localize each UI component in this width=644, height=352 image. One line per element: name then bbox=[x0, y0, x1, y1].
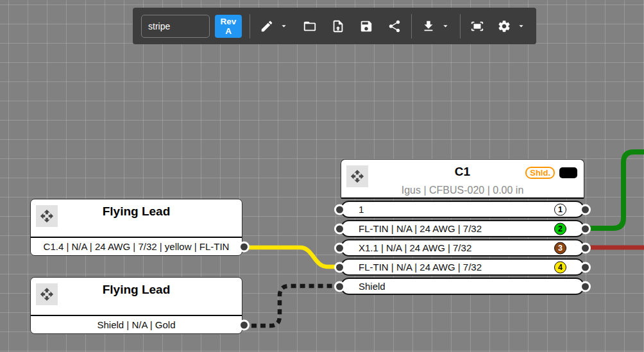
move-icon bbox=[350, 169, 364, 183]
port-left[interactable] bbox=[334, 223, 345, 234]
move-handle[interactable] bbox=[346, 165, 368, 187]
toolbar-divider bbox=[250, 14, 250, 38]
cable-color-swatch bbox=[559, 167, 577, 178]
port-right[interactable] bbox=[580, 204, 591, 215]
row-label: 1 bbox=[359, 204, 364, 215]
main-toolbar: Rev A bbox=[133, 8, 536, 44]
gear-icon bbox=[497, 19, 511, 33]
row-label: C1.4 | N/A | 24 AWG | 7/32 | yellow | FL… bbox=[44, 241, 230, 252]
port-left[interactable] bbox=[334, 262, 345, 272]
diagram-canvas[interactable]: Rev A bbox=[0, 0, 644, 352]
cable-row-4: FL-TIN | N/A | 24 AWG | 7/32 4 bbox=[341, 258, 584, 276]
port-left[interactable] bbox=[334, 281, 345, 292]
move-icon bbox=[40, 287, 54, 301]
port-left[interactable] bbox=[334, 242, 345, 253]
download-dropdown-button[interactable] bbox=[439, 19, 452, 33]
edit-dropdown-button[interactable] bbox=[277, 19, 291, 33]
save-button[interactable] bbox=[357, 17, 375, 35]
move-handle[interactable] bbox=[36, 205, 58, 227]
chevron-down-icon bbox=[441, 21, 450, 31]
share-icon bbox=[387, 19, 402, 33]
download-button[interactable] bbox=[419, 17, 437, 35]
settings-dropdown-button[interactable] bbox=[514, 19, 528, 33]
wire-yellow[interactable] bbox=[242, 247, 341, 267]
folder-icon bbox=[303, 19, 317, 33]
chevron-down-icon bbox=[516, 21, 526, 31]
node-header: Flying Lead bbox=[31, 199, 242, 238]
save-icon bbox=[359, 19, 373, 33]
port-right[interactable] bbox=[580, 223, 591, 234]
flying-lead-node-1: Flying Lead C1.4 | N/A | 24 AWG | 7/32 |… bbox=[30, 199, 242, 256]
edit-button[interactable] bbox=[258, 17, 276, 35]
node-title: Flying Lead bbox=[31, 278, 242, 302]
file-upload-icon bbox=[331, 19, 345, 33]
cable-row-1: 1 1 bbox=[341, 201, 584, 218]
cable-node-header: C1 Igus | CFBUS-020 | 0.00 in Shld. bbox=[341, 159, 584, 199]
shield-badge: Shld. bbox=[525, 167, 555, 179]
row-label: FL-TIN | N/A | 24 AWG | 7/32 bbox=[359, 223, 482, 234]
port-right[interactable] bbox=[580, 262, 591, 272]
pin-badge: 1 bbox=[554, 203, 566, 215]
download-icon bbox=[421, 19, 436, 33]
fit-screen-button[interactable] bbox=[468, 17, 486, 35]
port-right[interactable] bbox=[580, 281, 591, 292]
fit-screen-icon bbox=[470, 19, 484, 33]
node-subtitle: Igus | CFBUS-020 | 0.00 in bbox=[341, 184, 584, 197]
harness-name-input[interactable] bbox=[141, 15, 210, 38]
pin-badge: 4 bbox=[554, 261, 566, 273]
cable-row-shield: Shield bbox=[341, 278, 584, 295]
port-right[interactable] bbox=[239, 319, 250, 330]
move-icon bbox=[40, 209, 54, 223]
edit-icon bbox=[260, 19, 274, 33]
lead-row: C1.4 | N/A | 24 AWG | 7/32 | yellow | FL… bbox=[31, 238, 242, 255]
row-label: FL-TIN | N/A | 24 AWG | 7/32 bbox=[359, 262, 482, 272]
port-right[interactable] bbox=[580, 242, 591, 253]
lead-row: Shield | N/A | Gold bbox=[31, 316, 242, 333]
share-button[interactable] bbox=[386, 17, 403, 35]
toolbar-divider bbox=[411, 14, 412, 38]
node-header: Flying Lead bbox=[31, 278, 242, 316]
header-badges: Shld. bbox=[525, 167, 577, 179]
open-folder-button[interactable] bbox=[301, 17, 319, 35]
revision-button[interactable]: Rev A bbox=[215, 15, 242, 38]
toolbar-divider bbox=[460, 14, 461, 38]
settings-button[interactable] bbox=[495, 17, 513, 35]
move-handle[interactable] bbox=[36, 283, 58, 305]
cable-row-3: X1.1 | N/A | 24 AWG | 7/32 3 bbox=[341, 239, 584, 256]
row-label: Shield | N/A | Gold bbox=[97, 319, 175, 330]
flying-lead-node-2: Flying Lead Shield | N/A | Gold bbox=[30, 277, 242, 334]
wire-shield-dashed[interactable] bbox=[242, 286, 341, 326]
port-right[interactable] bbox=[239, 241, 250, 252]
row-label: Shield bbox=[359, 281, 386, 292]
cable-row-2: FL-TIN | N/A | 24 AWG | 7/32 2 bbox=[341, 220, 584, 237]
cable-node-c1: C1 Igus | CFBUS-020 | 0.00 in Shld. 1 1 … bbox=[341, 159, 584, 295]
wire-green[interactable] bbox=[584, 152, 644, 228]
node-title: Flying Lead bbox=[31, 199, 242, 224]
port-left[interactable] bbox=[334, 204, 345, 215]
import-file-button[interactable] bbox=[329, 17, 347, 35]
pin-badge: 2 bbox=[554, 222, 566, 235]
row-label: X1.1 | N/A | 24 AWG | 7/32 bbox=[359, 242, 471, 253]
chevron-down-icon bbox=[279, 21, 289, 31]
pin-badge: 3 bbox=[554, 242, 566, 254]
